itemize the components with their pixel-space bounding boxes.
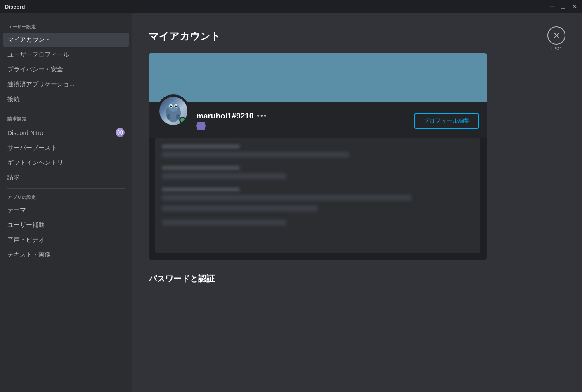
sidebar-item-label: テーマ xyxy=(7,206,125,214)
svg-point-6 xyxy=(170,106,172,108)
sidebar-item-theme[interactable]: テーマ xyxy=(3,203,129,217)
app-title: Discord xyxy=(5,4,25,10)
sidebar-item-label: テキスト・画像 xyxy=(7,251,125,259)
user-settings-section-label: ユーザー設定 xyxy=(3,21,129,32)
profile-details xyxy=(155,138,480,253)
close-button[interactable]: ✕ xyxy=(547,26,565,45)
sidebar-item-label: 請求 xyxy=(7,174,125,182)
sidebar-item-server-boost[interactable]: サーバーブースト xyxy=(3,141,129,155)
sidebar-item-discord-nitro[interactable]: Discord Nitro xyxy=(3,125,129,140)
sidebar-divider-1 xyxy=(7,110,125,110)
app-settings-section-label: アプリの設定 xyxy=(3,192,129,202)
blur-content-3b xyxy=(162,205,318,211)
blur-content-1 xyxy=(162,152,349,158)
sidebar-item-user-assist[interactable]: ユーザー補助 xyxy=(3,218,129,232)
esc-label: ESC xyxy=(551,46,561,51)
svg-point-7 xyxy=(175,106,177,108)
sidebar-item-label: 音声・ビデオ xyxy=(7,236,125,244)
app-body: ユーザー設定 マイアカウント ユーザープロフィール プライバシー・安全 連携済ア… xyxy=(0,13,582,392)
profile-card: maruhoi1#9210 ••• プロフィール編集 xyxy=(149,53,487,260)
badge-row xyxy=(196,122,408,131)
billing-section-label: 請求設定 xyxy=(3,113,129,124)
sidebar-item-label: Discord Nitro xyxy=(7,129,116,136)
sidebar-item-label: 接続 xyxy=(7,95,125,103)
sidebar-item-voice-video[interactable]: 音声・ビデオ xyxy=(3,233,129,247)
blur-label-1 xyxy=(162,144,240,149)
blur-label-2 xyxy=(162,166,240,170)
avatar-wrapper xyxy=(157,94,190,128)
sidebar-item-connected-apps[interactable]: 連携済アプリケーショ... xyxy=(3,77,129,92)
username-text: maruhoi1#9210 xyxy=(196,111,253,120)
blur-group-3 xyxy=(162,187,474,211)
blur-content-3 xyxy=(162,195,412,201)
password-section-title: パスワードと認証 xyxy=(149,273,565,284)
nitro-badge-icon xyxy=(196,122,206,130)
profile-info-row: maruhoi1#9210 ••• プロフィール編集 xyxy=(149,102,487,138)
sidebar-item-connections[interactable]: 接続 xyxy=(3,92,129,106)
blur-content-2 xyxy=(162,173,286,179)
blur-group-1 xyxy=(162,144,474,158)
blur-group-2 xyxy=(162,166,474,179)
main-content: マイアカウント xyxy=(132,13,582,392)
page-title: マイアカウント xyxy=(149,30,565,43)
blur-content-4 xyxy=(162,220,286,225)
username-row: maruhoi1#9210 ••• xyxy=(196,111,408,120)
sidebar-item-gift-inventory[interactable]: ギフトインベントリ xyxy=(3,156,129,170)
sidebar-item-user-profile[interactable]: ユーザープロフィール xyxy=(3,47,129,62)
titlebar: Discord ─ □ ✕ xyxy=(0,0,582,13)
close-window-button[interactable]: ✕ xyxy=(572,3,577,10)
close-button-wrapper: ✕ ESC xyxy=(547,26,565,51)
status-dot xyxy=(179,117,186,123)
sidebar-item-label: ユーザー補助 xyxy=(7,221,125,229)
sidebar-item-my-account[interactable]: マイアカウント xyxy=(3,33,129,47)
username-options[interactable]: ••• xyxy=(257,112,267,120)
minimize-button[interactable]: ─ xyxy=(550,3,554,10)
sidebar-item-label: プライバシー・安全 xyxy=(7,66,125,73)
maximize-button[interactable]: □ xyxy=(561,3,565,10)
sidebar-item-label: マイアカウント xyxy=(7,36,125,44)
sidebar-item-privacy-security[interactable]: プライバシー・安全 xyxy=(3,62,129,77)
sidebar-item-label: ギフトインベントリ xyxy=(7,159,125,167)
profile-name-area: maruhoi1#9210 ••• xyxy=(196,107,408,131)
blur-group-4 xyxy=(162,220,474,225)
sidebar-item-label: 連携済アプリケーショ... xyxy=(7,80,125,88)
svg-point-1 xyxy=(119,131,121,134)
profile-banner xyxy=(149,53,487,102)
blur-label-3 xyxy=(162,187,240,191)
edit-profile-button[interactable]: プロフィール編集 xyxy=(414,113,479,129)
avatar xyxy=(157,94,190,128)
svg-rect-8 xyxy=(167,114,170,119)
window-controls: ─ □ ✕ xyxy=(550,3,577,10)
sidebar: ユーザー設定 マイアカウント ユーザープロフィール プライバシー・安全 連携済ア… xyxy=(0,13,132,392)
sidebar-item-billing[interactable]: 請求 xyxy=(3,170,129,185)
sidebar-item-text-images[interactable]: テキスト・画像 xyxy=(3,248,129,262)
nitro-icon xyxy=(116,128,125,137)
sidebar-item-label: サーバーブースト xyxy=(7,144,125,152)
sidebar-divider-2 xyxy=(7,188,125,189)
sidebar-item-label: ユーザープロフィール xyxy=(7,51,125,59)
